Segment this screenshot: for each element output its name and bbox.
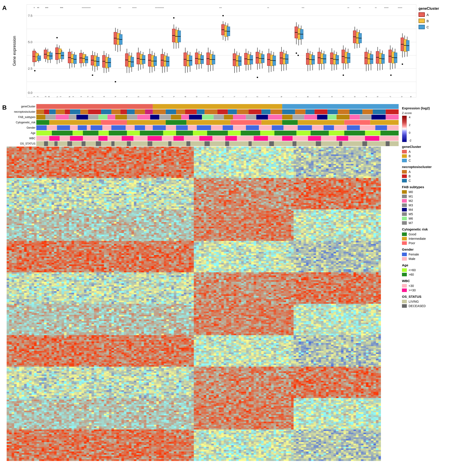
svg-rect-509: [339, 141, 342, 146]
svg-rect-508: [316, 141, 321, 146]
legend-gender-label-female: Female: [409, 253, 419, 256]
track-bar-age: [36, 131, 399, 135]
svg-rect-458: [197, 125, 211, 130]
legend-cyto-box-intermediate: [402, 237, 407, 240]
legend-fab-label-m6: M6: [409, 217, 413, 220]
svg-text:2.5: 2.5: [28, 67, 32, 70]
svg-text:*****: *****: [132, 7, 137, 9]
svg-rect-498: [111, 141, 114, 146]
svg-rect-418: [181, 115, 189, 119]
svg-text:**: **: [37, 7, 39, 10]
track-label-necroptosis: necroptosiscluster: [7, 110, 35, 113]
svg-rect-414: [137, 115, 150, 119]
svg-rect-392: [262, 109, 271, 114]
svg-rect-398: [327, 109, 338, 114]
svg-rect-403: [386, 109, 399, 114]
gene-labels: [381, 147, 399, 461]
svg-text:MLL: MLL: [245, 96, 247, 97]
legend-fab-box-m4: [402, 208, 407, 211]
svg-point-310: [390, 74, 392, 76]
legend-necro-label-b: B: [409, 174, 411, 178]
legend-item-b: B: [419, 19, 450, 23]
legend-os-label-deceased: DECEASED: [409, 304, 426, 308]
track-bar-os: [36, 141, 399, 146]
track-row-fab: FAB_subtypes: [7, 115, 399, 119]
svg-point-77: [92, 74, 93, 76]
svg-text:TEYI: TEYI: [234, 96, 236, 97]
track-label-gender: Gender: [7, 126, 35, 129]
svg-text:FLT3: FLT3: [45, 96, 47, 97]
svg-rect-390: [237, 109, 249, 114]
track-label-genecluster: geneCluster: [7, 105, 35, 108]
legend-fab-m0: M0: [402, 190, 448, 194]
svg-text:SOST4RQ: SOST4RQ: [149, 96, 151, 97]
legend-title-gender: Gender: [402, 247, 448, 251]
svg-rect-472: [207, 131, 228, 135]
svg-text:0.0: 0.0: [28, 91, 32, 95]
svg-rect-385: [185, 109, 197, 114]
legend-os-deceased: DECEASED: [402, 304, 448, 308]
legend-fab-label-m0: M0: [409, 190, 413, 194]
legend-cyto-label-poor: Poor: [409, 241, 415, 245]
svg-rect-505: [249, 141, 252, 146]
svg-rect-461: [272, 125, 283, 130]
svg-rect-440: [127, 120, 166, 125]
svg-rect-428: [293, 115, 304, 119]
legend-wbc-label-lt30: <30: [409, 284, 414, 288]
track-bar-gender: [36, 125, 399, 130]
legend-os-living: LIVING: [402, 300, 448, 303]
svg-text:SIRT1: SIRT1: [33, 96, 35, 97]
main-container: A Gene expression 7.5 5.0 2.5 0.0: [0, 0, 454, 466]
svg-text:***: ***: [119, 7, 121, 9]
legend-section-age: Age <=60 >60: [402, 263, 448, 276]
panel-a: A Gene expression 7.5 5.0 2.5 0.0: [2, 4, 452, 97]
svg-rect-483: [147, 136, 162, 141]
svg-text:***: ***: [302, 7, 304, 9]
track-row-os: OS_STATUS: [7, 141, 399, 146]
legend-wbc-box-lt30: [402, 284, 407, 288]
legend-title-wbc: WBC: [402, 279, 448, 283]
legend-fab-m3: M3: [402, 203, 448, 207]
legend-label-a: A: [427, 13, 429, 17]
track-label-age: Age: [7, 132, 35, 135]
svg-rect-427: [282, 115, 293, 119]
svg-text:HSRPA4+: HSRPA4+: [295, 96, 297, 97]
svg-text:MAP8: MAP8: [184, 96, 187, 97]
legend-title-genecluster: geneCluster: [402, 145, 448, 149]
svg-rect-439: [101, 120, 127, 125]
expression-legend-bar: 4 2 0 -2: [402, 116, 448, 142]
svg-rect-405: [45, 115, 56, 119]
svg-rect-474: [274, 131, 296, 135]
svg-text:***: ***: [45, 7, 48, 10]
legend-wbc-label-ge30: >=30: [409, 289, 416, 292]
track-label-wbc: WBC: [7, 137, 35, 140]
svg-rect-436: [386, 115, 399, 119]
legend-necro-a: A: [402, 170, 448, 174]
svg-rect-502: [187, 141, 190, 146]
svg-text:RNFI: RNFI: [87, 96, 89, 97]
legend-fab-label-m4: M4: [409, 208, 413, 211]
svg-text:DDX58: DDX58: [48, 96, 50, 97]
svg-rect-374: [80, 109, 88, 114]
svg-rect-410: [98, 115, 107, 119]
svg-rect-462: [298, 125, 312, 130]
legend-age-box-gt60: [402, 273, 407, 276]
svg-text:**********: **********: [82, 7, 91, 9]
svg-rect-468: [83, 131, 98, 135]
svg-rect-442: [187, 120, 231, 125]
track-bar-genecluster: [36, 104, 399, 109]
legend-necro-box-b: [402, 174, 407, 178]
svg-rect-438: [49, 120, 101, 125]
legend-fab-m6: M6: [402, 217, 448, 220]
expression-legend-title: Expression (log2): [402, 106, 448, 110]
legend-necro-label-a: A: [409, 170, 411, 174]
svg-text:RIP30: RIP30: [196, 96, 198, 97]
svg-text:ITPR1: ITPR1: [268, 96, 270, 97]
svg-rect-372: [65, 109, 70, 114]
svg-text:STUBI: STUBI: [410, 96, 412, 97]
svg-rect-426: [268, 115, 282, 119]
legend-label-b: B: [427, 19, 429, 23]
svg-rect-497: [96, 141, 101, 146]
legend-fab-box-m5: [402, 212, 407, 216]
svg-rect-469: [109, 131, 127, 135]
